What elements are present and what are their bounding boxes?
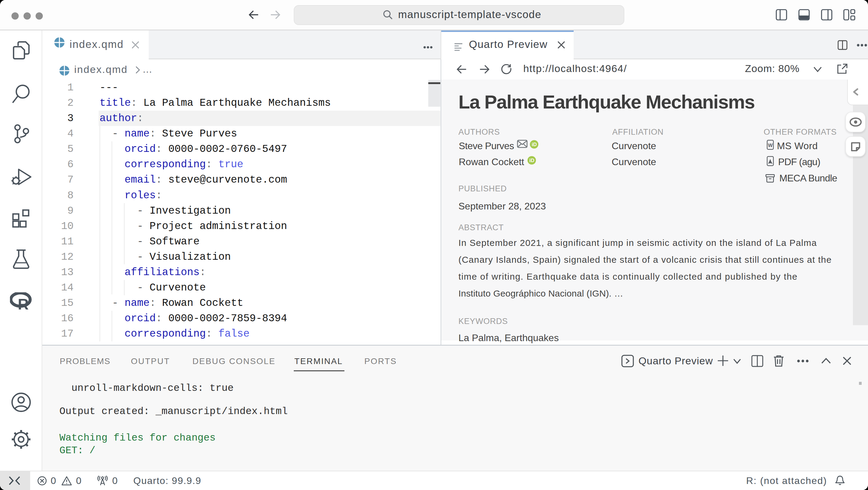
svg-text:W: W: [768, 142, 773, 148]
svg-text:R: R: [18, 296, 29, 310]
svg-text:iD: iD: [532, 142, 537, 148]
svg-text:iD: iD: [529, 158, 534, 163]
